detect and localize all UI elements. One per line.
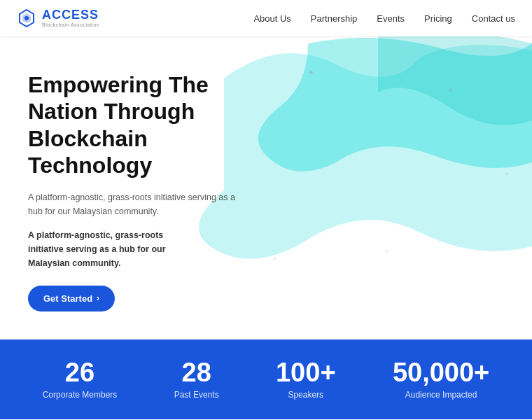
svg-point-2	[24, 16, 29, 20]
stat-number-audience: 50,000+	[393, 359, 489, 386]
hero-description-narrow: A platform-agnostic, grass-roots initiat…	[28, 228, 182, 270]
logo[interactable]: ACCESS Blockchain Association	[17, 8, 99, 28]
get-started-button[interactable]: Get Started ›	[28, 286, 115, 312]
nav-events[interactable]: Events	[377, 13, 405, 24]
logo-title: ACCESS	[42, 8, 99, 22]
stat-number-speakers: 100+	[276, 359, 336, 386]
logo-subtitle: Blockchain Association	[42, 22, 99, 28]
stat-audience: 50,000+ Audience Impacted	[393, 359, 489, 400]
svg-text:✦: ✦	[385, 248, 390, 255]
svg-text:✦: ✦	[448, 88, 453, 94]
arrow-icon: ›	[97, 293, 99, 303]
hero-section: ✦ ✦ ✦ ✦ ✦	[0, 36, 532, 340]
hero-content: Empowering The Nation Through Blockchain…	[0, 36, 280, 340]
nav-pricing[interactable]: Pricing	[424, 13, 452, 24]
stat-label-speakers: Speakers	[288, 390, 323, 400]
nav-about[interactable]: About Us	[253, 13, 290, 24]
stat-speakers: 100+ Speakers	[276, 359, 336, 400]
svg-text:✦: ✦	[308, 69, 314, 76]
nav-links: About Us Partnership Events Pricing Cont…	[253, 12, 515, 24]
nav-partnership[interactable]: Partnership	[311, 13, 357, 24]
stat-number-events: 28	[182, 359, 211, 386]
stat-corporate-members: 26 Corporate Members	[43, 359, 118, 400]
svg-text:✦: ✦	[504, 170, 510, 178]
stat-number-corporate: 26	[65, 359, 94, 386]
stat-label-events: Past Events	[174, 390, 219, 400]
stats-bar: 26 Corporate Members 28 Past Events 100+…	[0, 340, 532, 419]
stat-label-corporate: Corporate Members	[43, 390, 118, 400]
navbar: ACCESS Blockchain Association About Us P…	[0, 0, 532, 36]
stat-label-audience: Audience Impacted	[405, 390, 477, 400]
stat-past-events: 28 Past Events	[174, 359, 219, 400]
hero-title: Empowering The Nation Through Blockchain…	[28, 71, 252, 179]
get-started-label: Get Started	[43, 293, 92, 304]
hero-description-wide: A platform-agnostic, grass-roots initiat…	[28, 190, 252, 218]
nav-contact[interactable]: Contact us	[472, 13, 515, 24]
logo-icon	[17, 8, 36, 28]
